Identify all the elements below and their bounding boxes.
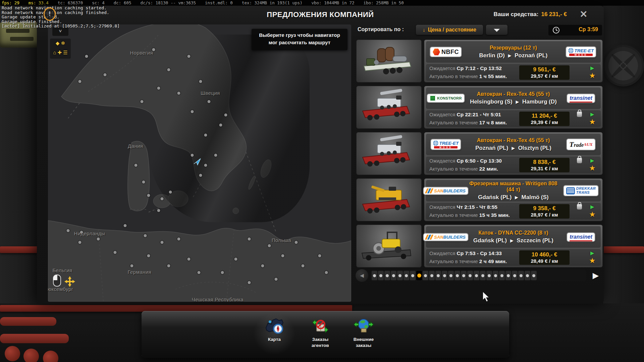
page-dot[interactable] [378,271,384,280]
favorite-star-icon: ★ [589,71,596,80]
expected-line: Ожидается Ср 7:53 - Ср 14:33 [429,249,519,257]
offer-times: Ожидается Ср 7:12 - Ср 13:52Актуально в … [426,64,519,80]
mouse-cursor [483,291,491,304]
treeet-logo-icon [568,48,574,53]
page-dot[interactable] [372,271,377,280]
player-marker [193,157,202,167]
page-dot[interactable] [384,271,390,280]
page-dot[interactable] [499,271,505,280]
city-dot [167,264,170,267]
offer-flags: ▶★ [573,203,601,219]
valid-value: 22 мин. [479,166,498,172]
city-dot [187,55,191,58]
city-dot [169,191,172,194]
page-dot[interactable] [454,271,460,280]
quick-go-icon: ▶ [590,204,594,210]
city-dot [208,100,211,103]
offer-card[interactable]: NBFCРезервуары (12 т)Berlin (D)▶Poznań (… [355,40,602,82]
page-dot[interactable] [410,271,416,280]
valid-value: 15 ч 35 мин. [479,212,510,218]
page-next-button[interactable]: ▶ [590,270,601,281]
offer-card[interactable]: SANBUILDERSФрезерная машина - Writigen 8… [355,178,602,221]
garage-fan [604,47,642,84]
logo-text: SAN [434,235,443,240]
route-advisor-icon[interactable]: ! [44,7,56,21]
price-value: 8 838,- € [521,159,568,166]
offer-card[interactable]: TREE-ETWOODАвтокран - Rex-Tex 45 (55 т)P… [355,132,602,174]
nav-item-external[interactable]: Внешниезаказы [342,316,385,349]
nbfc-logo-icon [433,48,440,56]
page-dot[interactable] [505,271,511,280]
map-icon [253,316,296,337]
nav-item-agents[interactable]: Заказыагентов [299,316,342,349]
city-dot [78,241,82,244]
price-box: 10 460,- €28,49 € / км [519,250,570,265]
page-dot[interactable] [397,271,403,280]
page-dot[interactable] [461,271,467,280]
close-icon[interactable]: ✕ [577,8,590,20]
country-label: Польша [272,237,291,243]
map-filter-icons-row2: ⌂ ✚ ☰ [50,48,71,57]
page-dot[interactable] [525,271,530,280]
page-dot[interactable] [404,271,409,280]
page-dot[interactable] [391,271,396,280]
page-dot[interactable] [531,271,537,280]
drekkar-logo-icon [566,187,575,194]
page-dot[interactable] [512,271,518,280]
truck-silhouette [149,35,310,222]
page-dot[interactable] [518,271,524,280]
logo-subtext: WOOD [434,146,458,148]
logo-text: aux [584,142,593,147]
offer-flags: ▶★ [573,250,601,265]
page-dot[interactable] [474,271,479,280]
page-dot[interactable] [486,271,492,280]
valid-value: 2 ч 49 мин. [479,258,507,264]
page-dot[interactable] [416,271,422,280]
receiver-logo-badge: DREKKARTRANS [564,186,598,195]
europe-map[interactable]: НорвегияШвецияДанияНидерландыБельгияГерм… [48,24,351,302]
sort-expand-button[interactable] [486,25,507,35]
offer-card[interactable]: SANBUILDERSКаток - DYNA CC-2200 (8 т)Gda… [355,225,602,267]
sort-dropdown-value: Цена / расстояние [428,27,476,33]
route-destination: Olsztyn (PL) [518,145,551,151]
debug-segment: vbo: 1044MB in 72 [312,0,355,5]
offer-card[interactable]: KONSTNORRАвтокран - Rex-Tex 45 (55 т)Hel… [355,86,602,128]
city-dot [199,80,202,83]
logo-text: SAN [434,188,443,193]
mouse-drag-hint [51,274,78,288]
page-dot[interactable] [423,271,428,280]
city-dot [221,271,224,274]
nav-item-map[interactable]: Карта [253,316,296,343]
debug-segment: dc/s: 18130 -- vm:3635 [141,0,196,5]
sort-dropdown[interactable]: ↓Цена / расстояние [416,25,483,35]
page-dot[interactable] [467,271,473,280]
page-dot[interactable] [480,271,486,280]
offer-details: Ожидается Ср 22:21 - Чт 5:01Актуально в … [426,110,601,127]
map-filter-icons-row1: ◆ ❄ [50,39,71,48]
page-dot[interactable] [429,271,435,280]
sort-down-arrow-icon: ↓ [423,25,425,35]
rate-per-km: 29,57 € / км [521,73,568,79]
page-prev-button[interactable]: ◀ [356,269,368,282]
receiver-logo: TREE-ETWOOD [561,47,601,57]
garage-red-rail [0,305,352,312]
route-origin: Gdańsk (PL) [478,194,512,200]
route-origin: Gdańsk (PL) [473,237,507,244]
expected-value: Чт 2:15 - Чт 8:55 [457,204,497,210]
page-dot[interactable] [493,271,498,280]
page-dot[interactable] [442,271,447,280]
page-dot[interactable] [448,271,454,280]
expected-line: Ожидается Ср 6:50 - Ср 13:30 [429,157,519,165]
offer-times: Ожидается Ср 7:53 - Ср 14:33Актуально в … [426,249,519,265]
offer-details: Ожидается Чт 2:15 - Чт 8:55Актуально в т… [426,203,601,220]
city-dot [191,110,194,113]
map-filter-panel[interactable]: ◆ ❄ ⌂ ✚ ☰ [50,39,71,59]
console-line: Garage update finished. [2,19,120,24]
cargo-name: Резервуары (12 т) [466,45,561,51]
page-dot[interactable] [435,271,441,280]
offer-header: SANBUILDERSФрезерная машина - Writigen 8… [426,180,601,201]
country-label: Германия [128,269,151,275]
route-destination: Szczecin (PL) [517,237,553,244]
garage-pipes [0,315,70,362]
city-dot [234,258,237,261]
